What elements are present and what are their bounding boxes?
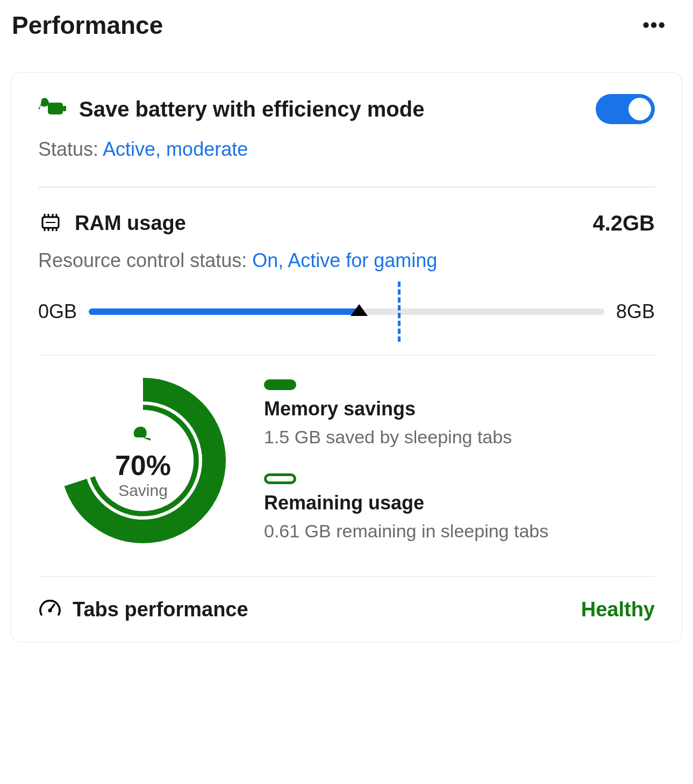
tabs-performance-status: Healthy (581, 598, 655, 621)
savings-donut-chart: 70% Saving (54, 372, 232, 549)
leaf-battery-icon (38, 97, 66, 121)
svg-line-16 (50, 605, 54, 610)
remaining-usage-desc: 0.61 GB remaining in sleeping tabs (264, 521, 655, 542)
chip-icon (38, 212, 63, 235)
battery-status-link[interactable]: Active, moderate (103, 138, 248, 160)
memory-savings-legend-icon (264, 379, 296, 390)
remaining-usage-heading: Remaining usage (264, 492, 655, 514)
svg-rect-0 (48, 103, 63, 114)
gauge-icon (38, 596, 62, 622)
more-options-button[interactable]: ••• (626, 14, 682, 37)
savings-percent: 70% (115, 449, 171, 481)
savings-sublabel: Saving (118, 481, 168, 500)
ram-slider[interactable] (89, 296, 604, 328)
memory-savings-heading: Memory savings (264, 398, 655, 420)
efficiency-mode-toggle[interactable] (596, 94, 655, 124)
resource-control-link[interactable]: On, Active for gaming (252, 249, 437, 271)
resource-label: Resource control status: (38, 249, 252, 271)
slider-min-label: 0GB (38, 300, 77, 323)
battery-status-line: Status: Active, moderate (38, 138, 655, 161)
status-label: Status: (38, 138, 103, 160)
tabs-performance-title: Tabs performance (73, 598, 248, 621)
memory-savings-desc: 1.5 GB saved by sleeping tabs (264, 427, 655, 448)
ram-usage-title: RAM usage (75, 212, 186, 235)
divider (38, 186, 655, 188)
slider-current-indicator (351, 304, 368, 316)
slider-limit-marker (398, 282, 401, 342)
remaining-usage-legend-icon (264, 473, 296, 484)
resource-control-line: Resource control status: On, Active for … (38, 249, 655, 272)
svg-rect-1 (63, 106, 66, 111)
ram-usage-value: 4.2GB (592, 211, 655, 235)
performance-card: Save battery with efficiency mode Status… (11, 72, 682, 642)
slider-max-label: 8GB (616, 300, 655, 323)
leaf-icon (132, 421, 154, 449)
page-title: Performance (12, 11, 163, 40)
battery-mode-title: Save battery with efficiency mode (79, 97, 424, 121)
